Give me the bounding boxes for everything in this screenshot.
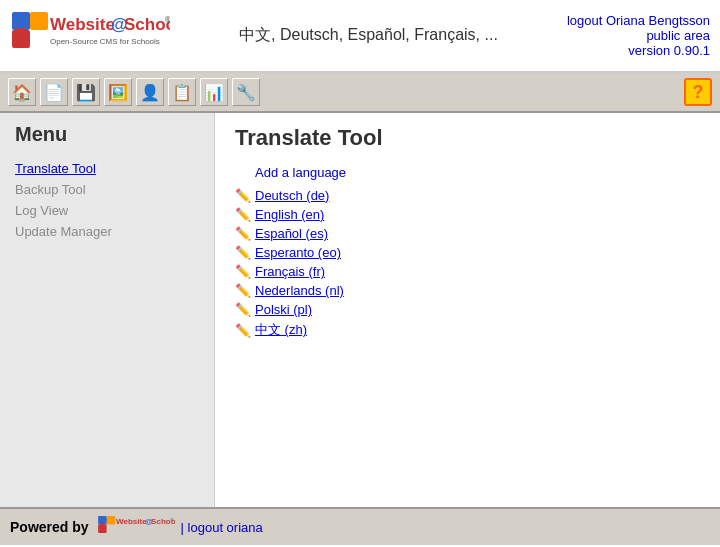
pencil-icon: ✏️ [235, 226, 251, 241]
language-link[interactable]: 中文 (zh) [255, 321, 307, 339]
home-button[interactable]: 🏠 [8, 78, 36, 106]
footer-logo-image: Website @ School ® [95, 514, 175, 540]
language-item[interactable]: ✏️Deutsch (de) [235, 186, 700, 205]
pencil-icon: ✏️ [235, 323, 251, 338]
sidebar-item-backup-tool[interactable]: Backup Tool [15, 179, 199, 200]
language-link[interactable]: Esperanto (eo) [255, 245, 341, 260]
svg-rect-0 [12, 12, 30, 30]
language-link[interactable]: Deutsch (de) [255, 188, 329, 203]
pencil-icon: ✏️ [235, 302, 251, 317]
svg-text:School: School [124, 15, 170, 34]
language-item[interactable]: ✏️Français (fr) [235, 262, 700, 281]
svg-rect-5 [16, 28, 26, 34]
language-item[interactable]: ✏️Nederlands (nl) [235, 281, 700, 300]
logo-area: Website @ School ® Open-Source CMS for S… [10, 8, 170, 63]
help-label: ? [693, 82, 704, 103]
save-button[interactable]: 💾 [72, 78, 100, 106]
footer-logout-link[interactable]: | logout oriana [181, 520, 263, 535]
pencil-icon: ✏️ [235, 188, 251, 203]
language-item[interactable]: ✏️English (en) [235, 205, 700, 224]
page-title: Translate Tool [235, 125, 700, 151]
header-tagline: 中文, Deutsch, Español, Français, ... [170, 25, 567, 46]
pencil-icon: ✏️ [235, 245, 251, 260]
svg-rect-15 [106, 516, 115, 525]
pencil-icon: ✏️ [235, 264, 251, 279]
checklist-button[interactable]: 📋 [168, 78, 196, 106]
powered-by-text: Powered by [10, 519, 89, 535]
pencil-icon: ✏️ [235, 283, 251, 298]
svg-rect-11 [98, 516, 107, 525]
sidebar-item-translate-tool[interactable]: Translate Tool [15, 158, 199, 179]
language-link[interactable]: English (en) [255, 207, 324, 222]
footer: Powered by Website @ School ® | logout o… [0, 507, 720, 545]
language-link[interactable]: Español (es) [255, 226, 328, 241]
header: Website @ School ® Open-Source CMS for S… [0, 0, 720, 73]
language-link[interactable]: Polski (pl) [255, 302, 312, 317]
language-link[interactable]: Français (fr) [255, 264, 325, 279]
svg-text:Open-Source CMS for Schools: Open-Source CMS for Schools [50, 37, 160, 46]
svg-text:®: ® [165, 15, 170, 24]
svg-rect-14 [100, 523, 105, 526]
tagline-text: 中文, Deutsch, Español, Français, ... [239, 26, 498, 43]
language-item[interactable]: ✏️中文 (zh) [235, 319, 700, 341]
add-language-link[interactable]: Add a language [255, 165, 700, 180]
help-button[interactable]: ? [684, 78, 712, 106]
language-item[interactable]: ✏️Polski (pl) [235, 300, 700, 319]
language-item[interactable]: ✏️Esperanto (eo) [235, 243, 700, 262]
logout-link[interactable]: logout Oriana Bengtsson [567, 13, 710, 28]
footer-logo: Website @ School ® [95, 514, 175, 540]
stats-button[interactable]: 📊 [200, 78, 228, 106]
sidebar-item-log-view[interactable]: Log View [15, 200, 199, 221]
language-link[interactable]: Nederlands (nl) [255, 283, 344, 298]
pencil-icon: ✏️ [235, 207, 251, 222]
page-button[interactable]: 📄 [40, 78, 68, 106]
language-item[interactable]: ✏️Español (es) [235, 224, 700, 243]
module-button[interactable]: 🖼️ [104, 78, 132, 106]
main-area: Menu Translate Tool Backup Tool Log View… [0, 113, 720, 507]
svg-rect-4 [30, 12, 48, 30]
svg-text:Website: Website [50, 15, 115, 34]
sidebar-item-update-manager[interactable]: Update Manager [15, 221, 199, 242]
area-label: public area [646, 28, 710, 43]
header-user-info[interactable]: logout Oriana Bengtsson public area vers… [567, 13, 710, 58]
svg-text:®: ® [170, 518, 173, 522]
svg-text:Website: Website [116, 517, 147, 526]
content-area: Translate Tool Add a language ✏️Deutsch … [215, 113, 720, 507]
logo-image: Website @ School ® Open-Source CMS for S… [10, 8, 170, 63]
toolbar-buttons: 🏠 📄 💾 🖼️ 👤 📋 📊 🔧 [8, 78, 260, 106]
toolbar: 🏠 📄 💾 🖼️ 👤 📋 📊 🔧 ? [0, 73, 720, 113]
version-label: version 0.90.1 [628, 43, 710, 58]
user-button[interactable]: 👤 [136, 78, 164, 106]
tools-button[interactable]: 🔧 [232, 78, 260, 106]
menu-heading: Menu [15, 123, 199, 146]
sidebar: Menu Translate Tool Backup Tool Log View… [0, 113, 215, 507]
language-list: ✏️Deutsch (de)✏️English (en)✏️Español (e… [235, 186, 700, 341]
